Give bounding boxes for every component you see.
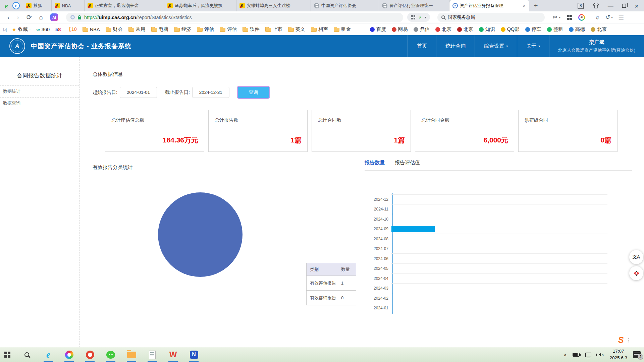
ai-assistant-icon[interactable]: AI: [50, 13, 58, 21]
theme-shirt-icon[interactable]: [593, 3, 599, 9]
bookmark-item[interactable]: ∞360: [36, 26, 50, 32]
bookmark-item[interactable]: 百度: [370, 26, 386, 33]
hidden-icons-chevron[interactable]: ∧: [564, 352, 567, 357]
browser-tab[interactable]: ≈资产评估业务报备管理×: [449, 0, 529, 11]
secure-lock-icon[interactable]: [77, 15, 82, 20]
bookmark-item[interactable]: 北京: [457, 26, 473, 33]
taskbar-app-media[interactable]: [83, 347, 97, 362]
end-date-input[interactable]: 2024-12-31: [192, 87, 229, 98]
bookmark-item[interactable]: 评估: [197, 26, 214, 33]
dict-float-button[interactable]: [629, 266, 643, 280]
bookmark-item[interactable]: 上市: [265, 26, 282, 33]
taskbar-search-button[interactable]: [19, 347, 34, 362]
chart-tab-报告评估值[interactable]: 报告评估值: [395, 160, 420, 166]
sidebar-item-数据统计[interactable]: 数据统计: [0, 85, 79, 97]
chart-tab-报告数量[interactable]: 报告数量: [365, 160, 385, 166]
browser-tab[interactable]: S安徽蚌埠高三女生跳楼: [236, 0, 311, 11]
toolbar-search-box[interactable]: 国家税务总局: [437, 13, 545, 22]
navigation-compass-icon[interactable]: ➤: [12, 2, 20, 9]
bookmark-item[interactable]: 网易: [392, 26, 408, 33]
speed-bolt-icon[interactable]: ⚡: [418, 15, 422, 20]
bookmark-item[interactable]: 停车: [525, 26, 541, 33]
browser-tab[interactable]: 中国资产评估协会: [311, 0, 379, 11]
back-icon[interactable]: ‹: [7, 14, 9, 20]
browser-tab[interactable]: SNBA: [52, 0, 85, 11]
apps-grid-icon[interactable]: [567, 15, 572, 20]
site-info-icon[interactable]: [70, 15, 75, 19]
bookmark-item[interactable]: 知识: [479, 26, 495, 33]
user-block[interactable]: 栾广斌 北京人合致远资产评估事务所(普通合伙): [549, 35, 644, 57]
chevron-down-icon[interactable]: ▾: [425, 15, 426, 19]
translate-float-button[interactable]: 文A: [629, 250, 643, 264]
taskbar-app-notepad[interactable]: [145, 347, 160, 362]
browser-tab[interactable]: 资产评估行业管理统一: [379, 0, 449, 11]
bookmark-item[interactable]: 英文: [288, 26, 305, 33]
start-button[interactable]: [0, 347, 15, 362]
chart-bar[interactable]: [391, 226, 435, 232]
close-window-button[interactable]: ×: [635, 2, 639, 9]
home-icon[interactable]: ⌂: [39, 14, 43, 20]
taskbar-app-explorer[interactable]: [124, 347, 139, 362]
sidebar-item-数据查询[interactable]: 数据查询: [0, 97, 79, 109]
bookmark-item[interactable]: 评估: [220, 26, 237, 33]
bookmark-item[interactable]: 鼎信: [414, 26, 430, 33]
address-bar[interactable]: https://uimp.cas.org.cn/report/Statistic…: [66, 13, 403, 22]
bookmark-item[interactable]: QQ邮: [501, 26, 520, 33]
nav-item-首页[interactable]: 首页: [408, 35, 436, 57]
start-date-input[interactable]: 2024-01-01: [120, 87, 157, 98]
undo-icon[interactable]: ↺: [605, 14, 610, 20]
chart-row: 2024-05: [371, 264, 607, 274]
bookmark-item[interactable]: 租金: [334, 26, 351, 33]
nav-item-统计查询[interactable]: 统计查询: [436, 35, 475, 57]
bookmark-item[interactable]: 北京: [591, 26, 607, 33]
bookmark-item[interactable]: 相声: [311, 26, 328, 33]
new-tab-button[interactable]: +: [534, 2, 538, 9]
restore-button[interactable]: [622, 4, 626, 8]
theme-sun-icon[interactable]: ☼: [595, 14, 600, 20]
taskbar-app-paint[interactable]: [62, 347, 76, 362]
bookmark-item[interactable]: 财会: [106, 26, 123, 33]
refresh-icon[interactable]: ⟳: [26, 14, 32, 20]
minimize-button[interactable]: —: [608, 3, 613, 9]
taskbar-clock[interactable]: 17:07 2025.6.3: [609, 348, 627, 361]
battery-icon[interactable]: [573, 353, 580, 357]
bookmark-item[interactable]: 58: [55, 27, 61, 32]
bookmark-item[interactable]: 【10: [66, 26, 77, 33]
forward-icon[interactable]: ›: [17, 14, 19, 20]
volume-muted-icon[interactable]: ×: [597, 352, 604, 357]
bookmark-item[interactable]: 高德: [569, 26, 585, 33]
browser-tab[interactable]: S正式官宣，退选潮来袭: [85, 0, 164, 11]
notification-center-icon[interactable]: 2: [633, 351, 641, 358]
undo-caret-icon[interactable]: ▾: [611, 15, 613, 19]
screenshot-scissors-icon[interactable]: ✂: [553, 14, 557, 20]
ai-colorful-icon[interactable]: [578, 14, 585, 21]
bookmark-item[interactable]: 经济: [174, 26, 191, 33]
taskbar-app-wechat[interactable]: [103, 347, 118, 362]
sogou-input-indicator[interactable]: S ⋮: [618, 335, 631, 345]
browser-tab[interactable]: S搜狐: [23, 0, 52, 11]
bookmark-item[interactable]: 北京: [435, 26, 451, 33]
bookmark-item[interactable]: NBA: [83, 27, 100, 32]
bookmark-item[interactable]: 常用: [128, 26, 146, 33]
bookmark-item[interactable]: 整租: [547, 26, 563, 33]
browser-tab[interactable]: S马苏翻车后，风流史被扒: [164, 0, 236, 11]
tab-close-icon[interactable]: ×: [522, 3, 526, 8]
bookmark-item[interactable]: 软件: [243, 26, 260, 33]
qr-grid-icon[interactable]: [411, 15, 415, 19]
bookmark-item[interactable]: ★收藏·: [12, 26, 31, 33]
bookmarks-overflow-icon[interactable]: ▷|: [3, 27, 6, 32]
taskbar-app-ie[interactable]: e: [41, 347, 56, 362]
nav-item-关于[interactable]: 关于▾: [517, 35, 549, 57]
taskbar-app-n[interactable]: N: [186, 347, 201, 362]
taskbar-app-wps[interactable]: W: [166, 347, 180, 362]
tab-count-box[interactable]: 8: [578, 3, 584, 9]
bookmark-item[interactable]: 电脑: [151, 26, 168, 33]
query-button[interactable]: 查询: [237, 86, 270, 99]
pie-chart[interactable]: [158, 192, 243, 277]
menu-hamburger-icon[interactable]: ☰: [618, 14, 624, 20]
network-display-icon[interactable]: [585, 353, 591, 357]
scissors-caret-icon[interactable]: ▾: [559, 15, 560, 19]
quick-access-pill[interactable]: ⚡ ▾: [407, 13, 430, 22]
browser-logo-icon[interactable]: e: [5, 2, 8, 10]
nav-item-综合设置[interactable]: 综合设置▾: [475, 35, 517, 57]
